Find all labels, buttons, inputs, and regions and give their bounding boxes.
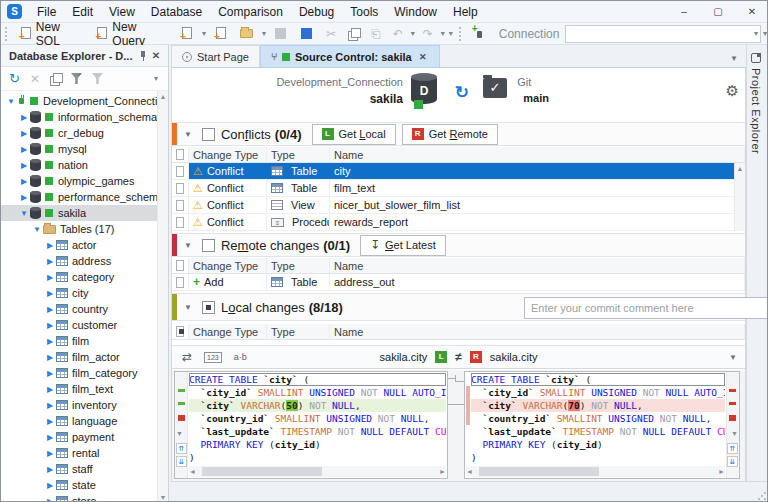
expand-icon[interactable]: ▶ [18,193,30,202]
tree-item-film-category[interactable]: ▶film_category [1,365,168,381]
duplicate-icon[interactable] [50,73,61,84]
header-checkbox[interactable] [176,326,184,337]
line-numbers-icon[interactable]: 123 [204,352,222,363]
cut-button[interactable]: ✂ [320,24,342,44]
grid-row-nicer_but_slower_film_list[interactable]: ⚠ConflictViewnicer_but_slower_film_list [172,197,745,214]
expand-icon[interactable]: ▶ [44,465,56,474]
refresh-connection-icon[interactable]: ↻ [455,82,469,103]
undo-button[interactable]: ↶ [387,24,409,44]
open-button[interactable] [234,24,260,44]
word-wrap-icon[interactable]: a·b [234,352,247,362]
diff-left-code[interactable]: CREATE TABLE `city` ( `city_id` SMALLINT… [189,373,446,465]
tree-item-development-connection[interactable]: ▼Development_Connection [1,93,168,109]
commit-comment-input[interactable] [524,297,768,319]
conflicts-grid-scrollbar[interactable]: ▲ [734,163,745,231]
diff-right-pane[interactable]: ▼ ⇈ ⇊ CREATE TABLE `city` ( `city_id` SM… [464,371,740,479]
new-sql-button[interactable]: New SQL [13,24,90,44]
left-nav-down-icon[interactable]: ▼ [176,430,183,437]
right-prev-diff-button[interactable]: ⇈ [727,443,738,454]
collapse-icon[interactable]: ▼ [18,209,30,218]
menu-tools[interactable]: Tools [342,1,386,22]
tree-scroll-up-icon[interactable]: ▲ [160,93,167,100]
expand-icon[interactable]: ▶ [18,113,30,122]
tab-source-control[interactable]: ⑂ Source Control: sakila ✕ [260,45,440,67]
collapse-icon[interactable]: ▼ [31,225,43,234]
conflicts-checkbox[interactable] [202,128,215,141]
column-header-type[interactable]: Type [267,147,330,162]
close-button[interactable]: ✕ [735,1,768,22]
expand-icon[interactable]: ▶ [44,289,56,298]
menu-debug[interactable]: Debug [291,1,342,22]
grid-row-film_text[interactable]: ⚠ConflictTablefilm_text [172,180,745,197]
expand-icon[interactable]: ▶ [44,449,56,458]
connect-button[interactable] [467,24,491,44]
connection-overflow[interactable]: ▾ [761,29,768,38]
tree-item-actor[interactable]: ▶actor [1,237,168,253]
row-checkbox[interactable] [176,277,184,288]
expand-icon[interactable]: ▶ [18,177,30,186]
expand-icon[interactable]: ▶ [44,497,56,502]
tab-list-dropdown[interactable]: ▼ [730,54,746,67]
tree-scroll-down-icon[interactable]: ▼ [160,494,167,501]
tree-item-nation[interactable]: ▶nation [1,157,168,173]
row-checkbox[interactable] [176,217,184,228]
remote-checkbox[interactable] [202,239,215,252]
expand-icon[interactable]: ▶ [44,241,56,250]
toolbar-overflow[interactable]: ▾ [447,29,455,38]
undo-dropdown[interactable]: ▾ [409,29,417,38]
tree-item-cr-debug[interactable]: ▶cr_debug [1,125,168,141]
tree-item-staff[interactable]: ▶staff [1,461,168,477]
row-checkbox[interactable] [176,200,184,211]
tree-item-information-schema[interactable]: ▶information_schema [1,109,168,125]
paste-button[interactable]: ⎗ [365,24,387,44]
new-document-dropdown[interactable]: ▾ [200,29,208,38]
local-collapse-icon[interactable]: ▼ [184,303,192,312]
left-next-diff-button[interactable]: ⇊ [176,456,187,467]
project-explorer-tab[interactable]: Project Explorer [750,53,762,154]
menu-comparison[interactable]: Comparison [210,1,291,22]
tree-item-film[interactable]: ▶film [1,333,168,349]
diff-toolbar-dropdown[interactable]: ▼ [729,353,737,362]
filter-icon[interactable] [92,73,103,84]
column-header-change-type[interactable]: Change Type [189,147,267,162]
expand-icon[interactable]: ▶ [18,145,30,154]
pin-icon[interactable] [138,50,148,62]
save-button[interactable] [268,24,294,44]
right-hscrollbar[interactable]: ◄► [466,466,725,477]
tree-item-performance-schema[interactable]: ▶performance_schema [1,189,168,205]
explorer-toolbar-dropdown[interactable]: ▾ [152,74,160,83]
right-nav-down-icon[interactable]: ▼ [731,430,738,437]
grid-row-rewards_report[interactable]: ⚠ConflictProcedurerewards_report [172,214,745,231]
expand-icon[interactable]: ▶ [44,257,56,266]
expand-icon[interactable]: ▶ [44,305,56,314]
tree-item-customer[interactable]: ▶customer [1,317,168,333]
column-header-name[interactable]: Name [330,324,745,339]
tree-item-language[interactable]: ▶language [1,413,168,429]
grid-row-address_out[interactable]: +AddTableaddress_out [172,274,745,291]
column-header-change-type[interactable]: Change Type [189,258,267,273]
open-dropdown[interactable]: ▾ [260,29,268,38]
tree-item-rental[interactable]: ▶rental [1,445,168,461]
tab-close-icon[interactable]: ✕ [417,51,429,63]
expand-icon[interactable]: ▶ [44,433,56,442]
remote-collapse-icon[interactable]: ▼ [184,241,192,250]
redo-button[interactable]: ↷ [417,24,439,44]
expand-icon[interactable]: ▶ [44,417,56,426]
tree-item-store[interactable]: ▶store [1,493,168,502]
tree-item-state[interactable]: ▶state [1,477,168,493]
refresh-icon[interactable]: ↻ [9,71,20,86]
expand-icon[interactable]: ▶ [44,481,56,490]
expand-icon[interactable]: ▶ [44,337,56,346]
tree-item-tables-17-[interactable]: ▼Tables (17) [1,221,168,237]
tree-item-country[interactable]: ▶country [1,301,168,317]
column-header-name[interactable]: Name [330,147,745,162]
tree-item-city[interactable]: ▶city [1,285,168,301]
expand-icon[interactable]: ▶ [18,161,30,170]
header-checkbox[interactable] [176,260,184,271]
swap-sides-icon[interactable]: ⇄ [182,350,192,364]
add-filter-icon[interactable] [71,73,82,84]
connection-select[interactable]: ▾ [565,25,761,43]
tree-item-category[interactable]: ▶category [1,269,168,285]
settings-gear-icon[interactable]: ⚙ [726,82,739,100]
diff-left-pane[interactable]: ▼ ⇈ ⇊ CREATE TABLE `city` ( `city_id` SM… [174,371,448,479]
